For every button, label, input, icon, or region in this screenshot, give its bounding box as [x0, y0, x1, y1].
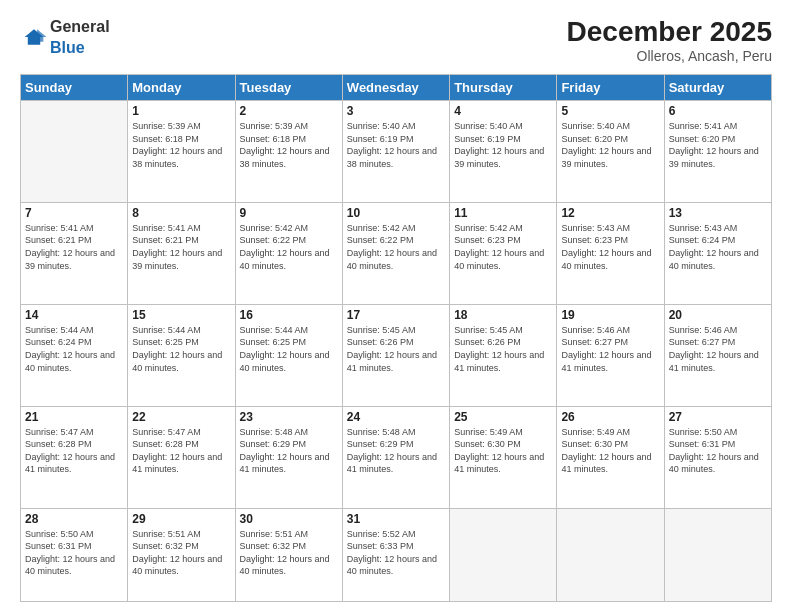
calendar-week-2: 7Sunrise: 5:41 AMSunset: 6:21 PMDaylight…: [21, 202, 772, 304]
calendar-header-saturday: Saturday: [664, 75, 771, 101]
calendar-cell: 22Sunrise: 5:47 AMSunset: 6:28 PMDayligh…: [128, 406, 235, 508]
day-info: Sunrise: 5:44 AMSunset: 6:24 PMDaylight:…: [25, 324, 123, 374]
day-number: 27: [669, 410, 767, 424]
day-number: 31: [347, 512, 445, 526]
calendar-cell: 5Sunrise: 5:40 AMSunset: 6:20 PMDaylight…: [557, 101, 664, 203]
day-number: 8: [132, 206, 230, 220]
calendar-week-5: 28Sunrise: 5:50 AMSunset: 6:31 PMDayligh…: [21, 508, 772, 602]
calendar-cell: 20Sunrise: 5:46 AMSunset: 6:27 PMDayligh…: [664, 304, 771, 406]
day-info: Sunrise: 5:51 AMSunset: 6:32 PMDaylight:…: [240, 528, 338, 578]
day-number: 9: [240, 206, 338, 220]
day-number: 28: [25, 512, 123, 526]
day-info: Sunrise: 5:48 AMSunset: 6:29 PMDaylight:…: [240, 426, 338, 476]
day-info: Sunrise: 5:50 AMSunset: 6:31 PMDaylight:…: [669, 426, 767, 476]
day-number: 11: [454, 206, 552, 220]
calendar-cell: 8Sunrise: 5:41 AMSunset: 6:21 PMDaylight…: [128, 202, 235, 304]
day-number: 21: [25, 410, 123, 424]
title-block: December 2025 Olleros, Ancash, Peru: [567, 16, 772, 64]
day-info: Sunrise: 5:42 AMSunset: 6:22 PMDaylight:…: [240, 222, 338, 272]
generalblue-logo-icon: [20, 26, 48, 48]
day-info: Sunrise: 5:47 AMSunset: 6:28 PMDaylight:…: [25, 426, 123, 476]
calendar-cell: [450, 508, 557, 602]
calendar-cell: 30Sunrise: 5:51 AMSunset: 6:32 PMDayligh…: [235, 508, 342, 602]
day-number: 13: [669, 206, 767, 220]
calendar-header-monday: Monday: [128, 75, 235, 101]
calendar-cell: 24Sunrise: 5:48 AMSunset: 6:29 PMDayligh…: [342, 406, 449, 508]
day-info: Sunrise: 5:45 AMSunset: 6:26 PMDaylight:…: [347, 324, 445, 374]
calendar-cell: 10Sunrise: 5:42 AMSunset: 6:22 PMDayligh…: [342, 202, 449, 304]
calendar-table: SundayMondayTuesdayWednesdayThursdayFrid…: [20, 74, 772, 602]
calendar-week-3: 14Sunrise: 5:44 AMSunset: 6:24 PMDayligh…: [21, 304, 772, 406]
calendar-cell: 19Sunrise: 5:46 AMSunset: 6:27 PMDayligh…: [557, 304, 664, 406]
calendar-week-4: 21Sunrise: 5:47 AMSunset: 6:28 PMDayligh…: [21, 406, 772, 508]
calendar-cell: 28Sunrise: 5:50 AMSunset: 6:31 PMDayligh…: [21, 508, 128, 602]
calendar-cell: 2Sunrise: 5:39 AMSunset: 6:18 PMDaylight…: [235, 101, 342, 203]
day-info: Sunrise: 5:46 AMSunset: 6:27 PMDaylight:…: [669, 324, 767, 374]
day-number: 25: [454, 410, 552, 424]
calendar-cell: 11Sunrise: 5:42 AMSunset: 6:23 PMDayligh…: [450, 202, 557, 304]
day-number: 10: [347, 206, 445, 220]
day-info: Sunrise: 5:45 AMSunset: 6:26 PMDaylight:…: [454, 324, 552, 374]
day-info: Sunrise: 5:40 AMSunset: 6:19 PMDaylight:…: [347, 120, 445, 170]
day-number: 5: [561, 104, 659, 118]
day-number: 20: [669, 308, 767, 322]
calendar-cell: 13Sunrise: 5:43 AMSunset: 6:24 PMDayligh…: [664, 202, 771, 304]
day-info: Sunrise: 5:42 AMSunset: 6:22 PMDaylight:…: [347, 222, 445, 272]
logo-blue-text: Blue: [50, 39, 85, 56]
day-number: 12: [561, 206, 659, 220]
day-number: 19: [561, 308, 659, 322]
day-number: 30: [240, 512, 338, 526]
day-number: 26: [561, 410, 659, 424]
calendar-header-thursday: Thursday: [450, 75, 557, 101]
calendar-cell: 18Sunrise: 5:45 AMSunset: 6:26 PMDayligh…: [450, 304, 557, 406]
calendar-cell: [21, 101, 128, 203]
day-info: Sunrise: 5:46 AMSunset: 6:27 PMDaylight:…: [561, 324, 659, 374]
calendar-cell: 31Sunrise: 5:52 AMSunset: 6:33 PMDayligh…: [342, 508, 449, 602]
calendar-cell: 9Sunrise: 5:42 AMSunset: 6:22 PMDaylight…: [235, 202, 342, 304]
calendar-week-1: 1Sunrise: 5:39 AMSunset: 6:18 PMDaylight…: [21, 101, 772, 203]
day-info: Sunrise: 5:50 AMSunset: 6:31 PMDaylight:…: [25, 528, 123, 578]
day-number: 2: [240, 104, 338, 118]
day-number: 24: [347, 410, 445, 424]
header: General Blue December 2025 Olleros, Anca…: [20, 16, 772, 64]
calendar-cell: 21Sunrise: 5:47 AMSunset: 6:28 PMDayligh…: [21, 406, 128, 508]
day-info: Sunrise: 5:42 AMSunset: 6:23 PMDaylight:…: [454, 222, 552, 272]
day-number: 3: [347, 104, 445, 118]
calendar-cell: 16Sunrise: 5:44 AMSunset: 6:25 PMDayligh…: [235, 304, 342, 406]
day-info: Sunrise: 5:41 AMSunset: 6:21 PMDaylight:…: [132, 222, 230, 272]
calendar-cell: 25Sunrise: 5:49 AMSunset: 6:30 PMDayligh…: [450, 406, 557, 508]
calendar-cell: 12Sunrise: 5:43 AMSunset: 6:23 PMDayligh…: [557, 202, 664, 304]
day-info: Sunrise: 5:40 AMSunset: 6:19 PMDaylight:…: [454, 120, 552, 170]
day-number: 29: [132, 512, 230, 526]
calendar-cell: [664, 508, 771, 602]
day-info: Sunrise: 5:44 AMSunset: 6:25 PMDaylight:…: [132, 324, 230, 374]
calendar-cell: 14Sunrise: 5:44 AMSunset: 6:24 PMDayligh…: [21, 304, 128, 406]
calendar-cell: [557, 508, 664, 602]
day-info: Sunrise: 5:49 AMSunset: 6:30 PMDaylight:…: [561, 426, 659, 476]
day-number: 15: [132, 308, 230, 322]
day-info: Sunrise: 5:43 AMSunset: 6:24 PMDaylight:…: [669, 222, 767, 272]
day-info: Sunrise: 5:48 AMSunset: 6:29 PMDaylight:…: [347, 426, 445, 476]
calendar-cell: 26Sunrise: 5:49 AMSunset: 6:30 PMDayligh…: [557, 406, 664, 508]
page-title: December 2025: [567, 16, 772, 48]
calendar-cell: 7Sunrise: 5:41 AMSunset: 6:21 PMDaylight…: [21, 202, 128, 304]
day-info: Sunrise: 5:49 AMSunset: 6:30 PMDaylight:…: [454, 426, 552, 476]
day-info: Sunrise: 5:51 AMSunset: 6:32 PMDaylight:…: [132, 528, 230, 578]
day-number: 23: [240, 410, 338, 424]
day-info: Sunrise: 5:40 AMSunset: 6:20 PMDaylight:…: [561, 120, 659, 170]
calendar-cell: 1Sunrise: 5:39 AMSunset: 6:18 PMDaylight…: [128, 101, 235, 203]
day-info: Sunrise: 5:44 AMSunset: 6:25 PMDaylight:…: [240, 324, 338, 374]
calendar-cell: 6Sunrise: 5:41 AMSunset: 6:20 PMDaylight…: [664, 101, 771, 203]
day-number: 18: [454, 308, 552, 322]
calendar-header-row: SundayMondayTuesdayWednesdayThursdayFrid…: [21, 75, 772, 101]
day-info: Sunrise: 5:41 AMSunset: 6:21 PMDaylight:…: [25, 222, 123, 272]
day-info: Sunrise: 5:43 AMSunset: 6:23 PMDaylight:…: [561, 222, 659, 272]
day-number: 22: [132, 410, 230, 424]
page: General Blue December 2025 Olleros, Anca…: [0, 0, 792, 612]
logo: General Blue: [20, 16, 110, 58]
calendar-cell: 27Sunrise: 5:50 AMSunset: 6:31 PMDayligh…: [664, 406, 771, 508]
calendar-cell: 4Sunrise: 5:40 AMSunset: 6:19 PMDaylight…: [450, 101, 557, 203]
logo-general-text: General: [50, 18, 110, 35]
calendar-cell: 29Sunrise: 5:51 AMSunset: 6:32 PMDayligh…: [128, 508, 235, 602]
calendar-header-sunday: Sunday: [21, 75, 128, 101]
